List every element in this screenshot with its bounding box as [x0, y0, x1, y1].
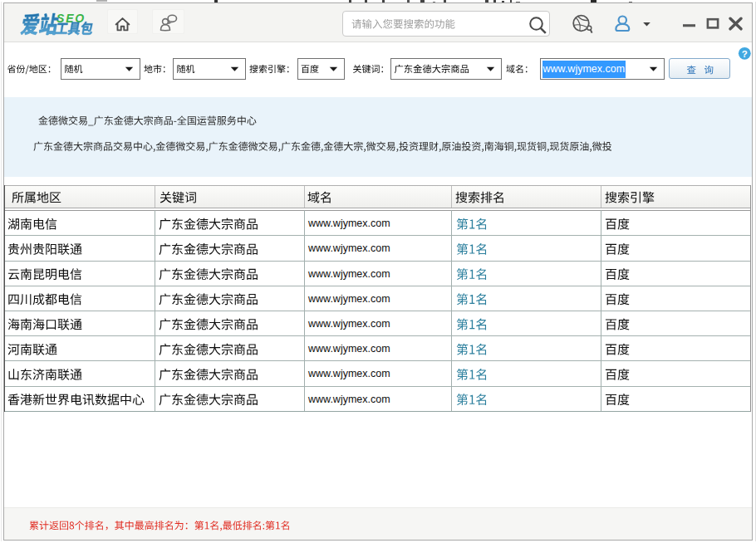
svg-text:?: ?: [742, 49, 748, 59]
